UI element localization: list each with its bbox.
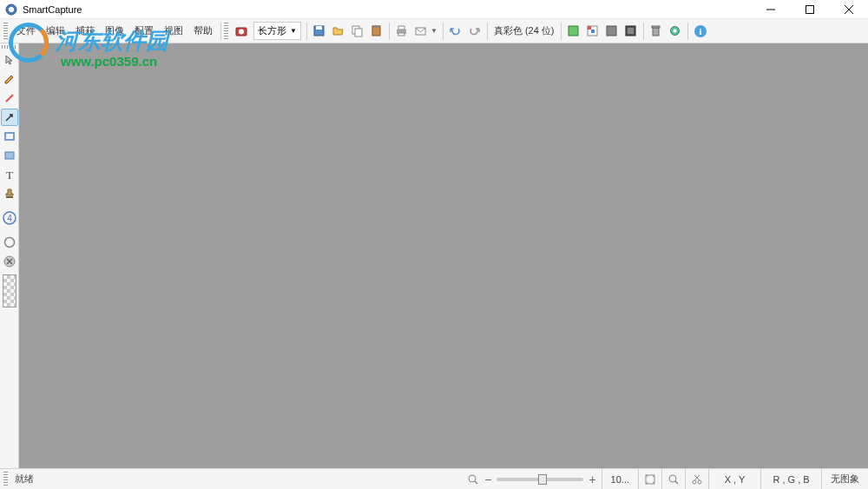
svg-rect-18 xyxy=(569,26,578,36)
svg-rect-33 xyxy=(5,133,14,140)
titlebar: SmartCapture xyxy=(0,0,868,19)
svg-rect-9 xyxy=(316,26,322,30)
zoom-out-button[interactable]: − xyxy=(484,472,491,486)
separator xyxy=(306,23,307,40)
window-controls xyxy=(751,0,868,19)
effect4-button[interactable] xyxy=(621,22,641,41)
svg-point-48 xyxy=(693,480,696,484)
svg-rect-25 xyxy=(653,28,659,36)
delete-button[interactable] xyxy=(647,22,666,41)
svg-rect-13 xyxy=(374,25,378,28)
rect-tool[interactable] xyxy=(1,128,18,145)
svg-rect-16 xyxy=(398,33,404,36)
color-swatch[interactable] xyxy=(3,274,16,307)
toolbar-grip[interactable] xyxy=(3,23,8,40)
menu-view[interactable]: 视图 xyxy=(159,22,188,40)
filled-rect-tool[interactable] xyxy=(1,147,18,164)
svg-rect-36 xyxy=(6,196,13,198)
statusbar-grip[interactable] xyxy=(3,472,8,487)
separator xyxy=(443,23,444,40)
svg-rect-26 xyxy=(652,26,660,28)
minimize-button[interactable] xyxy=(751,0,790,19)
menu-edit[interactable]: 编辑 xyxy=(41,22,70,40)
arrow-tool[interactable] xyxy=(1,109,18,126)
email-button[interactable] xyxy=(411,22,431,41)
statusbar: 就绪 − + 10... X , Y R , G , B 无图象 xyxy=(0,468,868,489)
svg-line-47 xyxy=(675,481,678,484)
magnifier-button[interactable] xyxy=(661,469,685,489)
coords-cell: X , Y xyxy=(708,469,760,489)
separator xyxy=(487,23,488,40)
separator xyxy=(389,23,390,40)
print-button[interactable] xyxy=(392,22,411,41)
tool-palette: T 4 xyxy=(0,43,19,468)
close-button[interactable] xyxy=(829,0,868,19)
svg-text:T: T xyxy=(6,169,13,181)
menu-config[interactable]: 配置 xyxy=(129,22,159,40)
zoom-slider[interactable] xyxy=(496,478,583,481)
svg-rect-21 xyxy=(591,30,595,33)
svg-rect-15 xyxy=(398,26,404,30)
svg-rect-34 xyxy=(5,152,14,159)
effect3-button[interactable] xyxy=(602,22,621,41)
menu-capture[interactable]: 捕获 xyxy=(70,22,100,40)
cut-icon[interactable] xyxy=(685,469,708,489)
undo-button[interactable] xyxy=(446,22,465,41)
capture-mode-dropdown[interactable]: 长方形 ▼ xyxy=(253,22,301,40)
window-title: SmartCapture xyxy=(23,4,751,15)
pointer-tool[interactable] xyxy=(1,51,18,69)
maximize-button[interactable] xyxy=(790,0,829,19)
ellipse-tool[interactable] xyxy=(1,234,18,251)
separator xyxy=(561,23,562,40)
redo-button[interactable] xyxy=(465,22,484,41)
svg-point-39 xyxy=(4,238,14,248)
zoom-in-button[interactable]: + xyxy=(589,472,595,486)
toolbar-grip[interactable] xyxy=(224,23,228,40)
svg-point-28 xyxy=(674,30,677,33)
svg-rect-11 xyxy=(355,29,362,36)
svg-point-43 xyxy=(469,475,476,482)
line-tool[interactable] xyxy=(1,89,18,107)
svg-line-44 xyxy=(475,481,477,484)
settings-button[interactable] xyxy=(666,22,685,41)
svg-rect-3 xyxy=(806,5,813,13)
separator xyxy=(220,23,221,40)
paste-button[interactable] xyxy=(367,22,386,41)
pencil-tool[interactable] xyxy=(1,70,18,88)
zoom-slider-thumb[interactable] xyxy=(538,474,547,485)
svg-point-49 xyxy=(698,480,701,484)
svg-rect-22 xyxy=(607,26,616,36)
svg-rect-20 xyxy=(588,26,591,30)
menu-image[interactable]: 图像 xyxy=(100,22,129,40)
zoom-controls: − + xyxy=(462,472,601,486)
effect2-button[interactable] xyxy=(583,22,602,41)
text-tool[interactable]: T xyxy=(1,166,18,183)
capture-button[interactable] xyxy=(232,22,251,41)
status-text: 就绪 xyxy=(11,472,462,486)
rgb-cell: R , G , B xyxy=(760,469,821,489)
effect1-button[interactable] xyxy=(564,22,583,41)
svg-text:i: i xyxy=(699,26,701,36)
copy-button[interactable] xyxy=(348,22,367,41)
menu-help[interactable]: 帮助 xyxy=(188,22,218,40)
chevron-down-icon: ▼ xyxy=(290,27,297,35)
palette-grip[interactable] xyxy=(2,45,17,49)
separator xyxy=(687,23,688,40)
fit-button[interactable] xyxy=(638,469,661,489)
chevron-down-icon[interactable]: ▼ xyxy=(431,27,437,35)
open-button[interactable] xyxy=(329,22,348,41)
main-toolbar: 文件 编辑 捕获 图像 配置 视图 帮助 长方形 ▼ ▼ 真彩色 (24 位) … xyxy=(0,19,868,43)
svg-line-32 xyxy=(6,115,12,121)
stamp-tool[interactable] xyxy=(1,185,18,202)
svg-rect-24 xyxy=(628,28,634,34)
capture-mode-label: 长方形 xyxy=(258,24,286,37)
main-area: T 4 xyxy=(0,43,868,468)
number-tool[interactable]: 4 xyxy=(1,209,18,227)
svg-point-7 xyxy=(239,29,244,34)
menu-file[interactable]: 文件 xyxy=(11,22,41,40)
delete-shape-tool[interactable] xyxy=(1,253,18,270)
save-button[interactable] xyxy=(310,22,329,41)
info-button[interactable]: i xyxy=(691,22,710,41)
canvas-area[interactable] xyxy=(19,43,868,468)
zoom-icon xyxy=(467,473,479,486)
